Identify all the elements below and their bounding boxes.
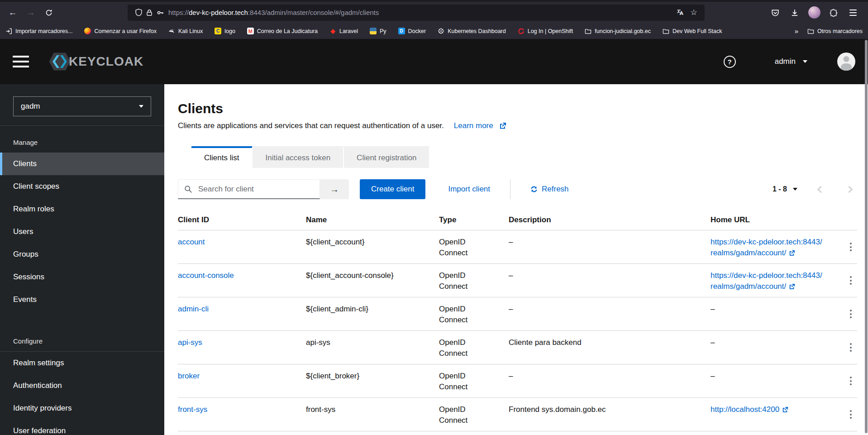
extensions-icon[interactable] <box>827 6 840 19</box>
bookmark-label: Kali Linux <box>178 28 203 34</box>
bookmark-label: Dev Web Full Stack <box>672 28 722 34</box>
main-content: Clients Clients are applications and ser… <box>164 84 868 435</box>
pocket-icon[interactable] <box>768 6 782 19</box>
sidebar-item-realm-settings[interactable]: Realm settings <box>0 352 164 374</box>
client-id-link[interactable]: broker <box>178 372 200 380</box>
nav-toggle-button[interactable] <box>13 56 29 67</box>
home-url-link[interactable]: https://dev-kc-pdeloor.tech:8443/realms/… <box>711 270 841 292</box>
bookmark-correo-judicatura[interactable]: Correo de La Judicatura <box>247 28 318 34</box>
bookmark-docker[interactable]: Docker <box>398 28 426 34</box>
bookmark-kali-linux[interactable]: Kali Linux <box>168 28 203 34</box>
bookmark-laravel[interactable]: Laravel <box>329 28 358 34</box>
page-description: Clients are applications and services th… <box>178 121 444 130</box>
kebab-menu-button[interactable] <box>846 240 855 253</box>
laravel-icon <box>329 28 336 34</box>
client-id-link[interactable]: account-console <box>178 271 234 280</box>
kebab-menu-button[interactable] <box>846 341 855 354</box>
client-name: ${client_broker} <box>306 364 439 398</box>
avatar[interactable] <box>837 53 855 71</box>
tab-initial-access-token[interactable]: Initial access token <box>253 146 344 168</box>
learn-more-link[interactable]: Learn more <box>454 121 506 130</box>
external-link-icon <box>789 283 795 290</box>
bookmark-label: Comenzar a usar Firefox <box>94 28 157 34</box>
menu-icon[interactable] <box>846 6 860 19</box>
tabs: Clients list Initial access token Client… <box>191 146 857 168</box>
chevron-down-icon <box>139 105 143 108</box>
forward-button[interactable]: → <box>23 5 39 20</box>
bookmark-py[interactable]: Py <box>370 28 386 34</box>
kebab-menu-button[interactable] <box>846 307 855 320</box>
sidebar-item-user-federation[interactable]: User federation <box>0 420 164 435</box>
search-input[interactable] <box>178 180 320 198</box>
bookmark-openshift[interactable]: Log In | OpenShift <box>518 28 573 34</box>
sidebar-item-sessions[interactable]: Sessions <box>0 266 164 288</box>
pagination-dropdown[interactable]: 1 - 8 <box>773 185 797 193</box>
back-button[interactable]: ← <box>5 5 21 20</box>
downloads-icon[interactable] <box>788 6 801 19</box>
translate-icon[interactable]: A <box>675 7 686 18</box>
search-box <box>178 179 320 199</box>
bookmark-otros-marcadores[interactable]: Otros marcadores <box>807 28 863 34</box>
reload-button[interactable] <box>41 5 57 20</box>
bookmark-logo[interactable]: logo <box>215 28 235 34</box>
kebab-menu-button[interactable] <box>846 374 855 387</box>
bookmark-kubernetes-dashboard[interactable]: Kubernetes Dashboard <box>438 28 506 34</box>
bookmark-star-icon[interactable]: ☆ <box>688 7 699 18</box>
screen: ← → https://dev-kc-pdeloor.tech:8443/adm… <box>0 0 868 435</box>
bookmark-importar-marcadores[interactable]: Importar marcadores... <box>5 28 72 34</box>
sidebar-item-identity-providers[interactable]: Identity providers <box>0 397 164 420</box>
client-id-link[interactable]: account <box>178 238 205 246</box>
lock-icon[interactable] <box>144 7 155 18</box>
external-link-icon <box>499 122 506 129</box>
table-row: front-sys front-sys OpenID Connect Front… <box>178 398 857 431</box>
kebab-menu-button[interactable] <box>846 408 855 421</box>
bookmark-firefox[interactable]: Comenzar a usar Firefox <box>84 28 157 34</box>
bookmark-label: Docker <box>408 28 426 34</box>
client-id-link[interactable]: admin-cli <box>178 305 209 313</box>
sidebar-item-clients[interactable]: Clients <box>0 153 164 175</box>
bookmark-funcion-judicial[interactable]: funcion-judicial.gob.ec <box>585 28 651 34</box>
clients-table: Client ID Name Type Description Home URL… <box>178 210 857 431</box>
sidebar-item-client-scopes[interactable]: Client scopes <box>0 175 164 198</box>
nav-section-manage: Manage <box>0 126 164 153</box>
sidebar-item-authentication[interactable]: Authentication <box>0 374 164 397</box>
prev-page-button[interactable] <box>817 186 825 193</box>
sidebar-item-users[interactable]: Users <box>0 220 164 243</box>
col-header-type: Type <box>439 210 509 230</box>
realm-selector[interactable]: gadm <box>13 96 151 116</box>
gmail-icon <box>247 28 254 34</box>
shield-icon[interactable] <box>133 7 144 18</box>
folder-icon <box>807 28 814 34</box>
manage-nav: Clients Client scopes Realm roles Users … <box>0 153 164 311</box>
tab-clients-list[interactable]: Clients list <box>191 146 253 168</box>
bookmark-dev-web-full-stack[interactable]: Dev Web Full Stack <box>663 28 722 34</box>
client-description: – <box>509 364 711 398</box>
client-id-link[interactable]: api-sys <box>178 338 202 347</box>
home-url-link[interactable]: http://localhost:4200 <box>711 404 841 415</box>
import-client-link[interactable]: Import client <box>448 185 490 194</box>
scrollbar[interactable] <box>865 40 868 433</box>
tab-client-registration[interactable]: Client registration <box>344 146 430 168</box>
external-link-icon <box>782 406 788 413</box>
client-description: – <box>509 264 711 297</box>
create-client-button[interactable]: Create client <box>360 179 425 199</box>
next-page-button[interactable] <box>846 186 853 193</box>
client-type: OpenID Connect <box>439 404 477 426</box>
bookmarks-overflow-chevron[interactable]: » <box>795 27 798 35</box>
client-name: ${client_admin-cli} <box>306 297 439 331</box>
sidebar-item-events[interactable]: Events <box>0 288 164 311</box>
client-id-link[interactable]: front-sys <box>178 405 207 414</box>
profile-avatar[interactable] <box>807 6 821 19</box>
search-submit-button[interactable]: → <box>320 179 349 199</box>
sidebar-item-groups[interactable]: Groups <box>0 243 164 266</box>
home-url-link[interactable]: https://dev-kc-pdeloor.tech:8443/realms/… <box>711 237 841 258</box>
client-name: ${client_account-console} <box>306 264 439 297</box>
help-icon[interactable]: ? <box>724 56 736 68</box>
key-icon[interactable] <box>155 7 166 18</box>
refresh-button[interactable]: Refresh <box>530 185 569 194</box>
kebab-menu-button[interactable] <box>846 274 855 287</box>
url-bar[interactable]: https://dev-kc-pdeloor.tech:8443/admin/m… <box>128 5 705 21</box>
client-type: OpenID Connect <box>439 304 477 325</box>
user-menu[interactable]: admin <box>775 57 807 66</box>
sidebar-item-realm-roles[interactable]: Realm roles <box>0 198 164 220</box>
